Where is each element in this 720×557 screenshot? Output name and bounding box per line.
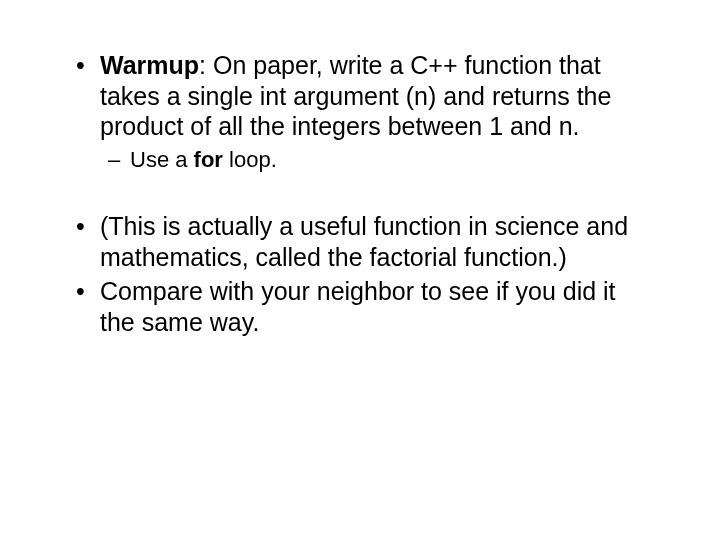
sub-bullet-pre: Use a bbox=[130, 147, 194, 172]
slide-body: Warmup: On paper, write a C++ function t… bbox=[0, 0, 720, 557]
bullet-item: Compare with your neighbor to see if you… bbox=[100, 276, 652, 337]
bullet-bold-label: Warmup bbox=[100, 51, 199, 79]
sub-bullet-item: Use a for loop. bbox=[130, 146, 652, 174]
sub-bullet-list: Use a for loop. bbox=[100, 146, 652, 174]
bullet-text: (This is actually a useful function in s… bbox=[100, 212, 628, 271]
bullet-item: Warmup: On paper, write a C++ function t… bbox=[100, 50, 652, 173]
spacer bbox=[100, 177, 652, 207]
bullet-text: Compare with your neighbor to see if you… bbox=[100, 277, 616, 336]
bullet-list: Warmup: On paper, write a C++ function t… bbox=[68, 50, 652, 337]
sub-bullet-post: loop. bbox=[223, 147, 277, 172]
sub-bullet-bold: for bbox=[194, 147, 223, 172]
bullet-item: (This is actually a useful function in s… bbox=[100, 211, 652, 272]
